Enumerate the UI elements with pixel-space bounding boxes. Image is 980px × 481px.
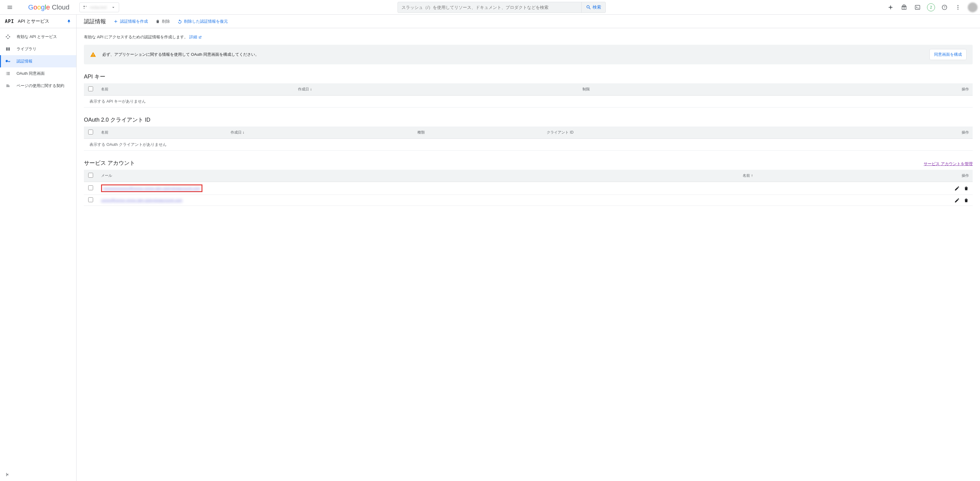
edit-icon[interactable]	[954, 186, 960, 191]
gift-icon[interactable]	[898, 1, 910, 13]
svg-point-9	[957, 9, 958, 10]
manage-service-accounts-link[interactable]: サービス アカウントを管理	[924, 161, 973, 167]
oauth-consent-alert: 必ず、アプリケーションに関する情報を使用して OAuth 同意画面を構成してくだ…	[84, 45, 973, 64]
library-icon	[5, 46, 11, 52]
more-vert-icon[interactable]	[952, 1, 964, 13]
search-wrap: 検索	[122, 2, 882, 13]
restore-button[interactable]: 削除した認証情報を復元	[177, 19, 228, 24]
sidebar-item-label: 有効な API とサービス	[16, 34, 57, 40]
pin-icon[interactable]	[67, 19, 72, 24]
sidebar-item-label: 認証情報	[16, 59, 32, 64]
search-icon	[586, 5, 591, 10]
delete-icon[interactable]	[964, 197, 969, 203]
service-account-email-link[interactable]: xxxxxxxxxxxxx@xxxxx-xxxxx.iam.gserviceac…	[103, 186, 200, 191]
svg-rect-4	[915, 5, 920, 9]
warning-icon	[90, 51, 96, 57]
sidebar: API API とサービス 有効な API とサービス ライブラリ 認証情報 O…	[0, 15, 76, 481]
collapse-sidebar-icon[interactable]	[5, 472, 10, 477]
consent-icon	[5, 71, 11, 76]
col-email[interactable]: メール	[97, 170, 739, 182]
col-ops: 操作	[843, 127, 973, 139]
sidebar-item-credentials[interactable]: 認証情報	[0, 55, 76, 67]
col-type[interactable]: 種類	[414, 127, 543, 139]
search-input[interactable]	[398, 5, 581, 10]
svg-point-8	[957, 7, 958, 8]
sidebar-item-label: ライブラリ	[16, 46, 37, 52]
empty-row: 表示する API キーがありません	[84, 96, 973, 108]
service-account-email-link[interactable]: xxxxx@xxxxx-xxxxx.iam.gserviceaccount.co…	[101, 198, 182, 202]
delete-button[interactable]: 削除	[155, 19, 170, 24]
col-name[interactable]: 名前 ↑	[739, 170, 843, 182]
delete-icon[interactable]	[964, 186, 969, 191]
api-logo-icon: API	[5, 19, 14, 24]
trash-icon	[155, 19, 160, 24]
menu-icon[interactable]	[2, 0, 17, 15]
chevron-down-icon	[111, 5, 116, 10]
help-icon[interactable]: ?	[939, 1, 951, 13]
sort-desc-icon: ↓	[310, 87, 312, 91]
api-keys-section: API キー 名前 作成日 ↓ 制限 操作 表示する API キーがありません	[84, 73, 973, 108]
select-all-checkbox[interactable]	[88, 130, 93, 134]
top-header: Google Cloud redacted 検索 2 ?	[0, 0, 980, 15]
sidebar-item-library[interactable]: ライブラリ	[0, 43, 76, 55]
oauth-clients-section: OAuth 2.0 クライアント ID 名前 作成日 ↓ 種類 クライアント I…	[84, 116, 973, 151]
dashboard-icon	[5, 34, 11, 40]
sidebar-title: API とサービス	[18, 18, 63, 24]
agreement-icon	[5, 83, 11, 89]
svg-point-3	[83, 8, 84, 9]
api-keys-table: 名前 作成日 ↓ 制限 操作 表示する API キーがありません	[84, 83, 973, 108]
notifications-badge[interactable]: 2	[925, 1, 937, 13]
sidebar-item-oauth-consent[interactable]: OAuth 同意画面	[0, 67, 76, 80]
sidebar-item-page-usage[interactable]: ページの使用に関する契約	[0, 80, 76, 92]
page-header: 認証情報 認証情報を作成 削除 削除した認証情報を復元	[76, 15, 980, 28]
col-ops: 操作	[776, 83, 973, 96]
svg-point-7	[957, 5, 958, 6]
gcp-logo[interactable]: Google Cloud	[20, 3, 70, 11]
row-checkbox[interactable]	[88, 197, 93, 202]
select-all-checkbox[interactable]	[88, 173, 93, 178]
create-credentials-button[interactable]: 認証情報を作成	[113, 19, 148, 24]
col-client-id[interactable]: クライアント ID	[543, 127, 843, 139]
nav: 有効な API とサービス ライブラリ 認証情報 OAuth 同意画面 ページの…	[0, 28, 76, 94]
oauth-clients-table: 名前 作成日 ↓ 種類 クライアント ID 操作 表示する OAuth クライア…	[84, 127, 973, 151]
row-checkbox[interactable]	[88, 185, 93, 190]
content: 有効な API にアクセスするための認証情報を作成します。 詳細 必ず、アプリケ…	[76, 28, 980, 221]
alert-text: 必ず、アプリケーションに関する情報を使用して OAuth 同意画面を構成してくだ…	[102, 52, 923, 57]
search-button[interactable]: 検索	[581, 2, 605, 13]
cloud-shell-icon[interactable]	[912, 1, 924, 13]
section-title: API キー	[84, 73, 105, 80]
col-ops: 操作	[843, 170, 973, 182]
svg-point-2	[86, 5, 87, 7]
plus-icon	[113, 19, 118, 24]
help-link[interactable]: 詳細	[189, 35, 202, 39]
gemini-icon[interactable]	[885, 1, 897, 13]
section-title: サービス アカウント	[84, 159, 135, 167]
brand-text: Google Cloud	[28, 3, 70, 11]
svg-text:?: ?	[943, 5, 945, 9]
col-name[interactable]: 名前	[97, 127, 227, 139]
empty-row: 表示する OAuth クライアントがありません	[84, 139, 973, 151]
sidebar-item-label: ページの使用に関する契約	[16, 83, 64, 89]
sidebar-item-label: OAuth 同意画面	[16, 71, 45, 76]
sidebar-item-enabled-apis[interactable]: 有効な API とサービス	[0, 31, 76, 43]
section-title: OAuth 2.0 クライアント ID	[84, 116, 150, 123]
highlighted-email: xxxxxxxxxxxxx@xxxxx-xxxxx.iam.gserviceac…	[101, 185, 202, 192]
help-text: 有効な API にアクセスするための認証情報を作成します。 詳細	[84, 34, 973, 40]
key-icon	[5, 59, 11, 64]
sidebar-header: API API とサービス	[0, 15, 76, 28]
configure-consent-button[interactable]: 同意画面を構成	[929, 49, 967, 60]
select-all-checkbox[interactable]	[88, 86, 93, 91]
restore-icon	[177, 19, 182, 24]
col-name[interactable]: 名前	[97, 83, 294, 96]
project-name: redacted	[90, 5, 108, 10]
page-title: 認証情報	[84, 18, 106, 25]
col-created[interactable]: 作成日 ↓	[227, 127, 414, 139]
sort-asc-icon: ↑	[751, 174, 753, 178]
col-created[interactable]: 作成日 ↓	[294, 83, 579, 96]
edit-icon[interactable]	[954, 197, 960, 203]
svg-point-1	[83, 5, 84, 7]
header-icons: 2 ?	[885, 1, 978, 13]
avatar[interactable]	[968, 2, 978, 12]
project-selector[interactable]: redacted	[79, 2, 119, 12]
col-restriction[interactable]: 制限	[579, 83, 776, 96]
